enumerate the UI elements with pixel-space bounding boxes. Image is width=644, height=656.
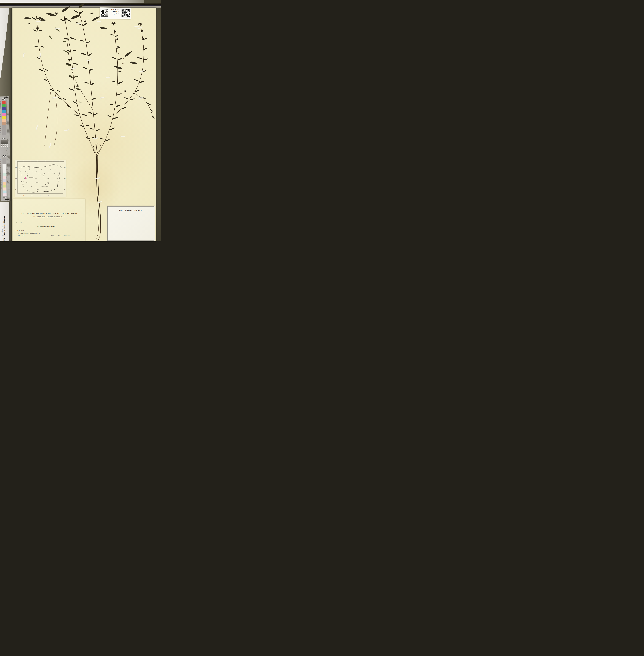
ruler-number: 160 bbox=[7, 185, 8, 186]
publication-reference: Sp. Pl. 605. 1753. bbox=[15, 230, 24, 232]
color-patch-green bbox=[2, 104, 5, 107]
ruler-number: 30 bbox=[6, 116, 7, 117]
resolution-label: 4.5 bbox=[7, 146, 8, 146]
checker-block bbox=[2, 98, 5, 100]
tape-strip bbox=[134, 26, 139, 27]
ruler-number: 140 bbox=[7, 175, 8, 176]
svg-text:42: 42 bbox=[16, 189, 17, 190]
osloensis-label: Herb. Univers. Osloensis bbox=[107, 206, 155, 241]
ruler-number: 20 bbox=[6, 111, 7, 112]
scale-note: the scale towards document bbox=[1, 180, 2, 190]
tape-strip bbox=[87, 59, 91, 61]
osloensis-label-title: Herb. Univers. Osloensis bbox=[108, 210, 154, 211]
ruler-number: 40 bbox=[7, 122, 7, 123]
ruler-number: 150 bbox=[7, 180, 8, 181]
imaged-year: Imaged 2014 bbox=[109, 13, 122, 15]
svg-text:24: 24 bbox=[30, 160, 31, 162]
uio-logo-text: UiO bbox=[3, 238, 5, 241]
century-number: Cent. VI bbox=[16, 222, 22, 224]
specimen-barcode-id: O-V2255175 bbox=[100, 17, 107, 19]
herbarium-name-line1: Herb. Univers. bbox=[111, 9, 120, 10]
patch-labels-gray: 2018171611 bbox=[0, 126, 2, 135]
white-patch bbox=[2, 164, 6, 173]
ruler-number: 60 bbox=[7, 132, 7, 133]
pastel-patch-peach bbox=[3, 181, 6, 184]
collection-date: 4. VIII. 1952 bbox=[18, 235, 24, 236]
svg-text:23: 23 bbox=[23, 160, 24, 162]
tape-strip bbox=[36, 125, 38, 130]
tape-strip bbox=[23, 53, 25, 58]
collector: Leg. et det.: N. Vihodcevsky bbox=[51, 235, 71, 236]
svg-text:26: 26 bbox=[45, 160, 46, 162]
svg-text:25: 25 bbox=[37, 160, 39, 162]
tape-strip bbox=[71, 67, 76, 69]
pastel-patch-palerose bbox=[3, 193, 6, 196]
color-patch-purple bbox=[2, 107, 6, 110]
scale-arrow-bottom bbox=[5, 199, 9, 200]
pastel-patch-lavender bbox=[3, 179, 6, 181]
checker-block bbox=[2, 155, 6, 157]
tape-strip bbox=[49, 143, 51, 148]
label-rule bbox=[16, 215, 82, 215]
ruler-mm-label: mm bbox=[8, 98, 9, 99]
distribution-map-card: 23 24 25 26 27 28 23 24 25 26 44 43 42 4… bbox=[15, 160, 66, 197]
tape-strip bbox=[52, 97, 57, 99]
ruler-number: 110 bbox=[7, 159, 8, 160]
pastel-patch-mint bbox=[3, 173, 6, 176]
bulgaria-map: 23 24 25 26 27 28 23 24 25 26 44 43 42 4… bbox=[15, 160, 66, 197]
ruler-number: 10 bbox=[6, 106, 7, 106]
herbarium-name-line2: Osloënsis bbox=[112, 10, 119, 12]
color-patch-skin-light bbox=[2, 119, 6, 122]
density-bar bbox=[1, 140, 8, 144]
green-leaves bbox=[48, 26, 80, 90]
color-patch-yellow bbox=[2, 116, 6, 119]
color-patch-skin-dark bbox=[2, 122, 6, 125]
svg-text:44: 44 bbox=[16, 167, 17, 168]
ruler-number: 180 bbox=[7, 196, 8, 197]
tape-strip bbox=[137, 27, 142, 29]
tape-strip bbox=[97, 201, 102, 203]
svg-text:43: 43 bbox=[16, 178, 17, 179]
ruler-number: 130 bbox=[7, 169, 8, 170]
color-patch-cyan bbox=[2, 110, 6, 113]
tape-strip bbox=[121, 135, 125, 137]
qr-code bbox=[121, 9, 130, 18]
ruler-number: 90 bbox=[7, 148, 7, 149]
ruler-number: 100 bbox=[7, 153, 8, 154]
pastel-patch-rose bbox=[3, 188, 6, 191]
gray-patch-light bbox=[2, 135, 6, 137]
series-title: PLANTAE BULGARICAE EXSICCATAE bbox=[13, 216, 85, 218]
leaves bbox=[31, 9, 155, 141]
tape-strip bbox=[138, 97, 143, 99]
svg-text:43: 43 bbox=[64, 178, 66, 179]
color-calibration-chart: 0 10 20 30 40 50 60 70 80 90 100 110 120… bbox=[0, 96, 10, 201]
svg-text:28: 28 bbox=[60, 160, 61, 162]
institution-name: INSTITUTUM BOTANICUM ACADEMIAE SCIENTIAR… bbox=[13, 213, 85, 214]
university-name: University of Oslo bbox=[1, 203, 3, 236]
tape-strip bbox=[100, 97, 105, 99]
svg-text:25: 25 bbox=[40, 195, 41, 196]
svg-text:24: 24 bbox=[31, 195, 32, 196]
museum-name-text: Natural History Museum bbox=[3, 216, 5, 236]
svg-text:27: 27 bbox=[52, 160, 53, 162]
resolution-label: 6.3 bbox=[2, 146, 2, 147]
patch-labels-gray2: 1009030201 bbox=[0, 159, 2, 169]
tape-strip bbox=[39, 53, 41, 58]
archive-label: Herb. Univers. Osloënsis Imaged 2014 O-V… bbox=[100, 7, 131, 19]
ruler-inch-label: Inch bbox=[8, 108, 8, 109]
resolution-targets: 6.3 5.6 5.0 4.5 bbox=[1, 145, 8, 148]
resolution-label: 5.0 bbox=[5, 146, 6, 146]
uio-logo-colon: : bbox=[3, 236, 5, 237]
svg-text:26: 26 bbox=[48, 195, 49, 196]
resolution-label: 5.6 bbox=[3, 146, 4, 146]
ruler-number: 50 bbox=[7, 127, 7, 128]
pastel-patch-blue bbox=[3, 191, 6, 193]
ruler-number: 120 bbox=[7, 164, 8, 165]
map-graticule-labels: 23 24 25 26 27 28 23 24 25 26 44 43 42 4… bbox=[16, 160, 66, 196]
gray-patch-2 bbox=[2, 158, 6, 164]
color-patch-pink bbox=[2, 113, 6, 116]
tape-strip bbox=[64, 129, 69, 131]
collection-site-marker bbox=[25, 177, 27, 179]
ruler-number: 0 bbox=[6, 101, 7, 101]
svg-text:44: 44 bbox=[64, 167, 66, 168]
